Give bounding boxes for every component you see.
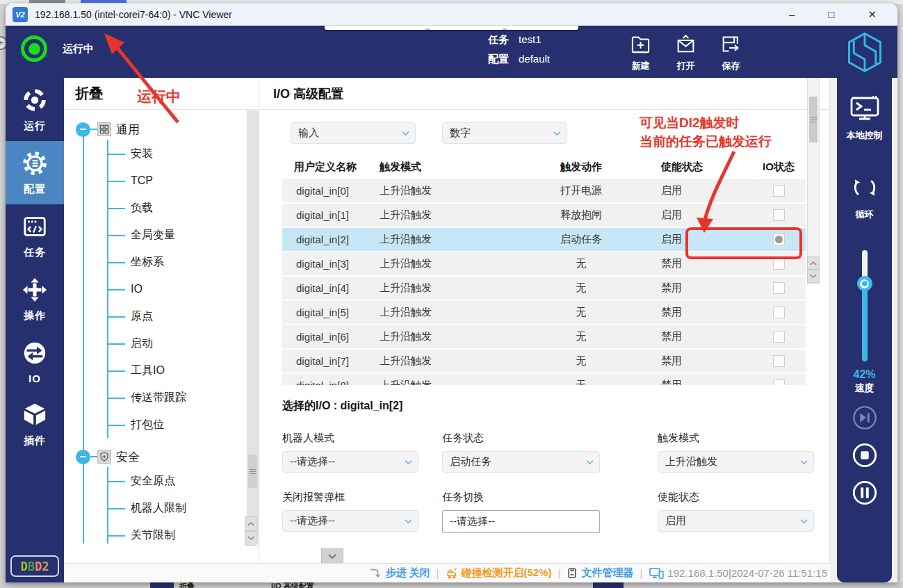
- tree-item-安装[interactable]: 安装: [108, 140, 246, 167]
- tree-item-TCP[interactable]: TCP: [108, 167, 246, 194]
- table-row[interactable]: digital_in[5]上升沿触发无禁用: [282, 301, 806, 324]
- form-field: 关闭报警弹框--请选择--: [282, 491, 418, 533]
- speed-slider-thumb[interactable]: [857, 276, 872, 291]
- sidebar-item-label: 运行: [24, 120, 46, 133]
- tree-item-原点[interactable]: 原点: [108, 302, 246, 329]
- desktop-background-bottom: 折叠 I/O 高级配置: [0, 582, 903, 588]
- step-mode-button[interactable]: 步进 关闭: [369, 566, 430, 580]
- cell-io-state: [751, 185, 806, 197]
- tree-item-负载[interactable]: 负载: [108, 194, 246, 221]
- io-advanced-config-panel: I/O 高级配置 输入 数字 用户定义名称触发模式触发动作使能状态IO状态 di…: [259, 78, 830, 563]
- cell-trigger-action: 无: [501, 379, 661, 385]
- io-state-indicator[interactable]: [773, 209, 785, 221]
- io-state-indicator[interactable]: [773, 331, 785, 343]
- select-value: 上升沿触发: [665, 455, 717, 468]
- minimize-button[interactable]: –: [789, 8, 795, 21]
- table-row[interactable]: digital_in[2]上升沿触发启动任务启用: [282, 228, 806, 251]
- sidebar-item-plugin[interactable]: 插件: [6, 393, 64, 456]
- tree-scrollbar-thumb[interactable]: [248, 455, 257, 488]
- tree-collapse-header[interactable]: 折叠: [64, 78, 259, 110]
- collision-icon: [446, 567, 458, 580]
- 机器人模式-select[interactable]: --请选择--: [282, 451, 418, 473]
- sidebar-item-jog[interactable]: 操作: [6, 268, 64, 331]
- dbd2-badge[interactable]: DBD2: [10, 555, 59, 577]
- shield-plus-icon: [97, 450, 111, 464]
- sidebar-item-io[interactable]: IO: [6, 331, 64, 393]
- table-row[interactable]: digital_in[8]上升沿触发无禁用: [282, 374, 806, 385]
- io-state-indicator[interactable]: [773, 379, 785, 385]
- io-state-indicator[interactable]: [773, 282, 785, 294]
- 任务状态-select[interactable]: 启动任务: [442, 451, 600, 473]
- maximize-button[interactable]: □: [828, 8, 834, 21]
- tree-scrollbar[interactable]: [247, 111, 259, 544]
- table-row[interactable]: digital_in[0]上升沿触发打开电源启用: [282, 179, 806, 202]
- io-direction-select[interactable]: 输入: [291, 122, 416, 144]
- table-scroll-down-button[interactable]: [807, 270, 820, 283]
- tree-item-坐标系[interactable]: 坐标系: [108, 248, 246, 275]
- tree-item-关节限制[interactable]: 关节限制: [108, 521, 246, 544]
- tree-item-工具IO[interactable]: 工具IO: [108, 357, 246, 384]
- sidebar-item-run[interactable]: 运行: [6, 78, 64, 141]
- open-button[interactable]: 打开: [674, 33, 697, 72]
- table-scrollbar[interactable]: [807, 78, 820, 284]
- cell-enable-state: 禁用: [661, 379, 751, 385]
- tree-scroll-down-button[interactable]: [245, 531, 257, 546]
- io-state-indicator[interactable]: [773, 307, 785, 318]
- io-state-indicator[interactable]: [773, 234, 785, 245]
- new-button[interactable]: 新建: [629, 33, 652, 72]
- table-row[interactable]: digital_in[4]上升沿触发无禁用: [282, 277, 806, 300]
- table-row[interactable]: digital_in[6]上升沿触发无禁用: [282, 325, 806, 348]
- loop-button[interactable]: 循环: [849, 174, 880, 221]
- collapse-toggle-icon[interactable]: [76, 122, 90, 137]
- cell-trigger-action: 启动任务: [501, 233, 661, 246]
- close-button[interactable]: ✕: [868, 8, 877, 21]
- io-kind-select[interactable]: 数字: [442, 122, 567, 144]
- table-row[interactable]: digital_in[7]上升沿触发无禁用: [282, 350, 806, 373]
- sidebar-item-task[interactable]: 任务: [6, 204, 64, 268]
- action-label: 打开: [677, 60, 695, 72]
- connector: [90, 456, 97, 457]
- scroll-down-button[interactable]: [321, 548, 343, 564]
- tree-item-传送带跟踪[interactable]: 传送带跟踪: [108, 384, 246, 411]
- tree-item-机器人限制[interactable]: 机器人限制: [108, 494, 246, 521]
- selected-io-label: 选择的I/O : digital_in[2]: [282, 399, 829, 414]
- tree-item-安全原点[interactable]: 安全原点: [108, 467, 246, 494]
- table-scrollbar-thumb[interactable]: [809, 97, 817, 142]
- cell-trigger-action: 无: [501, 281, 661, 295]
- speed-slider[interactable]: [857, 250, 872, 361]
- file-manager-button[interactable]: 文件管理器: [567, 566, 633, 580]
- 触发模式-select[interactable]: 上升沿触发: [658, 451, 814, 473]
- robot-status-button[interactable]: 运行中: [21, 35, 94, 62]
- 使能状态-select[interactable]: 启用: [658, 510, 814, 532]
- sidebar-item-config[interactable]: 配置: [6, 141, 64, 204]
- tree-scroll-up-button[interactable]: [245, 516, 257, 531]
- table-row[interactable]: digital_in[3]上升沿触发无禁用: [282, 252, 806, 275]
- local-button[interactable]: 本地控制: [847, 95, 883, 142]
- table-scroll-up-button[interactable]: [807, 256, 820, 270]
- vnc-toolbar-strip[interactable]: [325, 26, 578, 30]
- tree-item-启动[interactable]: 启动: [108, 329, 246, 357]
- tree-node[interactable]: 通用: [76, 119, 246, 140]
- io-state-indicator[interactable]: [773, 355, 785, 367]
- save-button[interactable]: 保存: [719, 33, 742, 72]
- collision-detect-button[interactable]: 碰撞检测开启(52%): [446, 566, 552, 580]
- cell-io-state: [751, 234, 806, 245]
- 任务切换-input[interactable]: --请选择--: [442, 510, 600, 533]
- separator: |: [558, 567, 561, 579]
- table-row[interactable]: digital_in[1]上升沿触发释放抱闸启用: [282, 204, 806, 227]
- tree-item-全局变量[interactable]: 全局变量: [108, 221, 246, 248]
- tree-node[interactable]: 安全: [76, 446, 246, 467]
- io-state-indicator[interactable]: [773, 258, 785, 270]
- cell-name: digital_in[8]: [282, 379, 380, 385]
- step-next-button[interactable]: [852, 405, 878, 431]
- tree-node-label: 通用: [116, 122, 140, 138]
- tree-item-IO[interactable]: IO: [108, 275, 246, 302]
- form-field: 使能状态启用: [658, 491, 814, 533]
- io-state-indicator[interactable]: [773, 185, 785, 197]
- cell-name: digital_in[5]: [282, 307, 380, 318]
- collapse-toggle-icon[interactable]: [76, 450, 90, 464]
- pause-button[interactable]: [852, 480, 878, 506]
- 关闭报警弹框-select[interactable]: --请选择--: [282, 510, 418, 532]
- tree-item-打包位[interactable]: 打包位: [108, 411, 246, 438]
- stop-button[interactable]: [852, 442, 878, 468]
